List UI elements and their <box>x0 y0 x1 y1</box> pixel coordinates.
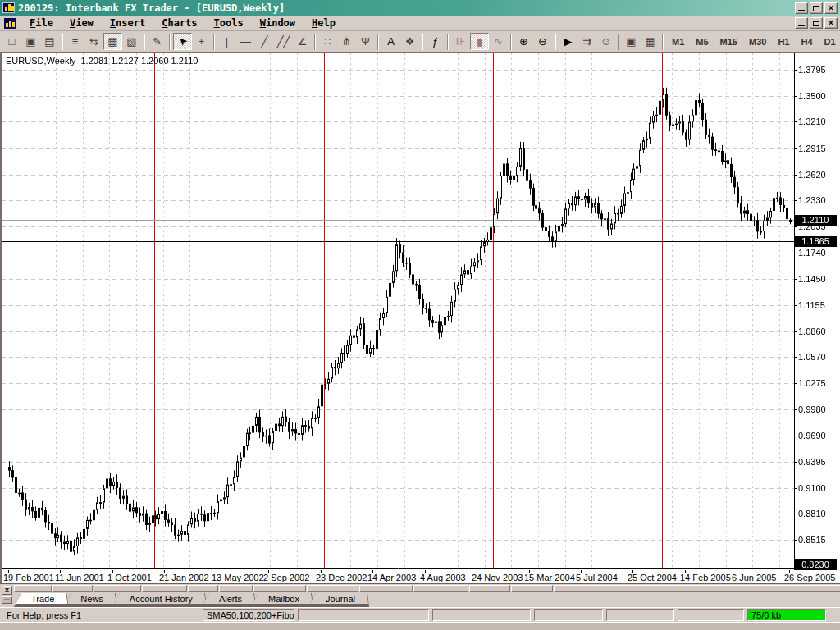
indicators-icon: ƒ <box>432 36 438 47</box>
new-order-button[interactable]: ✎ <box>148 33 167 50</box>
expert-advisors-icon: ☺ <box>600 36 611 47</box>
bar-chart-icon: ⊪ <box>456 36 465 47</box>
window-tile-icon: ▦ <box>645 36 655 47</box>
history-center-button[interactable]: ⇆ <box>84 33 103 50</box>
chart-ohlc-readout: EURUSD,Weekly 1.2081 1.2127 1.2060 1.211… <box>6 56 198 66</box>
text-label-button[interactable]: A <box>381 33 400 50</box>
menu-window[interactable]: Window <box>252 16 304 30</box>
status-panel-2 <box>432 609 531 621</box>
table-header-cell <box>511 585 553 592</box>
crosshair-icon: + <box>199 36 205 47</box>
indicators-button[interactable]: ƒ <box>426 33 445 50</box>
timeframe-m5-button[interactable]: M5 <box>690 34 714 50</box>
timeframe-m30-button[interactable]: M30 <box>743 34 772 50</box>
vertical-line-button[interactable]: | <box>217 33 236 50</box>
time-axis[interactable]: 19 Feb 200111 Jun 20011 Oct 200121 Jan 2… <box>2 570 840 583</box>
vertical-line-icon: | <box>226 36 228 47</box>
price-tick <box>794 305 797 306</box>
crosshair-button[interactable]: + <box>192 33 211 50</box>
chart-properties-icon: ▧ <box>126 36 136 47</box>
toolbar-separator <box>377 34 379 50</box>
fibonacci-grid-icon: ∷ <box>324 36 331 47</box>
chart-area: EURUSD,Weekly 1.2081 1.2127 1.2060 1.211… <box>2 53 840 583</box>
menu-charts[interactable]: Charts <box>153 16 205 30</box>
menu-tools[interactable]: Tools <box>206 16 252 30</box>
table-header-cell <box>253 585 306 592</box>
line-chart-icon: ∿ <box>494 36 503 47</box>
price-tick-label: 1.0570 <box>798 352 839 362</box>
fibonacci-grid-button[interactable]: ∷ <box>318 33 337 50</box>
horizontal-line-button[interactable]: — <box>236 33 255 50</box>
table-header-cell <box>94 585 141 592</box>
price-tick <box>794 383 797 384</box>
zoom-out-button[interactable]: ⊖ <box>533 33 552 50</box>
terminal-tab-trade[interactable]: Trade <box>14 593 68 607</box>
terminal-tab-account-history[interactable]: Account History <box>112 593 207 607</box>
table-header-cell <box>307 585 358 592</box>
status-panel-5 <box>678 609 744 621</box>
toolbar-separator <box>618 34 619 50</box>
expert-advisors-button[interactable]: ☺ <box>596 33 615 50</box>
table-header-cell <box>219 585 253 592</box>
time-tick-label: 26 Sep 2005 <box>784 573 835 582</box>
time-tick-label: 24 Nov 2003 <box>472 573 523 582</box>
market-watch-button[interactable]: ≡ <box>66 33 84 50</box>
arrow-objects-button[interactable]: ❖ <box>400 33 419 50</box>
auto-scroll-button[interactable]: ▶ <box>559 33 578 50</box>
table-header-cell <box>469 585 510 592</box>
new-chart-button[interactable]: □ <box>2 33 21 50</box>
price-tick-label: 1.3795 <box>798 65 839 75</box>
terminal-close-button[interactable]: x <box>2 586 12 595</box>
terminal-button[interactable]: ▦ <box>103 33 122 50</box>
time-tick-label: 6 Jun 2005 <box>732 573 776 582</box>
timeframe-h1-button[interactable]: H1 <box>772 34 795 50</box>
andrews-pitchfork-button[interactable]: ⋔ <box>337 33 356 50</box>
chart-window-icon[interactable] <box>4 18 16 29</box>
timeframe-h4-button[interactable]: H4 <box>795 34 818 50</box>
menu-help[interactable]: Help <box>304 16 344 30</box>
cycle-lines-button[interactable]: Ψ <box>356 33 375 50</box>
timeframe-m1-button[interactable]: M1 <box>666 34 690 50</box>
zoom-in-button[interactable]: ⊕ <box>514 33 533 50</box>
child-minimize-button[interactable] <box>795 17 808 29</box>
price-chart-canvas[interactable] <box>2 53 795 570</box>
price-tick <box>794 514 797 514</box>
chart-shift-button[interactable]: ⇉ <box>578 33 596 50</box>
candlestick-chart-button[interactable]: ▮ <box>470 33 489 50</box>
table-header-cell <box>554 585 840 592</box>
window-close-button[interactable]: × <box>824 2 838 14</box>
save-button[interactable]: ▣ <box>21 33 40 50</box>
print-button[interactable]: ▤ <box>40 33 59 50</box>
terminal-tab-journal[interactable]: Journal <box>308 593 369 607</box>
trendline-button[interactable]: ╱ <box>255 33 274 50</box>
terminal-tab-news[interactable]: News <box>63 593 117 607</box>
new-chart-icon: □ <box>9 36 16 47</box>
fibonacci-retracement-button[interactable]: ∠ <box>293 33 312 50</box>
timeframe-m15-button[interactable]: M15 <box>714 34 743 50</box>
terminal-tab-mailbox[interactable]: Mailbox <box>251 593 313 607</box>
timeframe-d1-button[interactable]: D1 <box>819 34 840 50</box>
new-chart-window-button[interactable]: ▣ <box>622 33 641 50</box>
cursor-button[interactable]: ➤ <box>173 33 192 50</box>
chart-properties-button[interactable]: ▧ <box>122 33 141 50</box>
connection-status: 75/0 kb <box>747 609 826 621</box>
table-header-cell <box>188 585 218 592</box>
terminal-tab-alerts[interactable]: Alerts <box>202 593 256 607</box>
channel-button[interactable]: ╱╱ <box>274 33 293 50</box>
window-restore-button[interactable] <box>810 2 823 14</box>
menu-insert[interactable]: Insert <box>102 16 153 30</box>
terminal-panel: x TradeNewsAccount HistoryAlertsMailboxJ… <box>0 583 840 607</box>
terminal-splitter-handle[interactable] <box>2 596 12 604</box>
bar-chart-button[interactable]: ⊪ <box>451 33 470 50</box>
child-close-button[interactable]: × <box>824 17 838 29</box>
line-chart-button[interactable]: ∿ <box>489 33 508 50</box>
child-restore-button[interactable] <box>810 17 823 29</box>
menu-file[interactable]: File <box>21 16 62 30</box>
window-minimize-button[interactable] <box>795 2 808 14</box>
price-tag: 1.2110 <box>794 215 837 226</box>
window-tile-button[interactable]: ▦ <box>641 33 660 50</box>
price-tick <box>794 148 797 149</box>
save-icon: ▣ <box>25 36 35 47</box>
terminal-tab-label: Mailbox <box>252 592 313 604</box>
menu-view[interactable]: View <box>62 16 102 30</box>
